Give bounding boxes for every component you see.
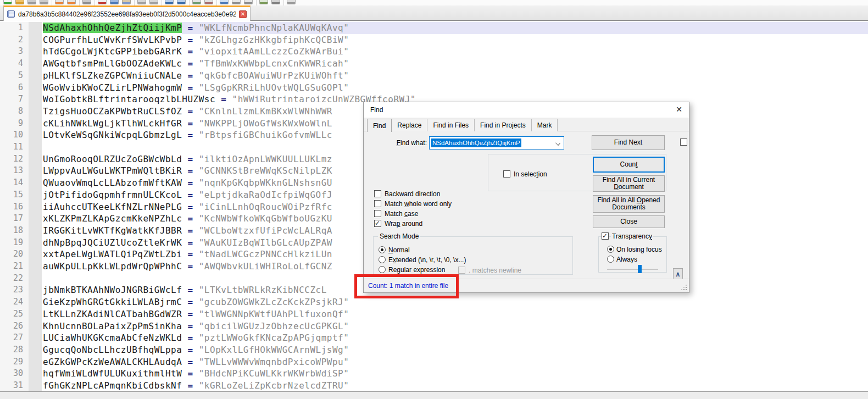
line-number: 11 bbox=[0, 141, 23, 153]
function-list-icon[interactable] bbox=[259, 0, 268, 4]
code-line-28[interactable]: 28GgucqQoNbcLLhczUBfhqWLppa = "LOpKxlLGf… bbox=[0, 344, 868, 356]
code-text: LWppvAuLWGuLWKTPmWQltBKiR = "GCNNKStBreW… bbox=[43, 165, 332, 177]
equals-operator: = bbox=[182, 190, 198, 200]
toolbar-separator bbox=[189, 0, 190, 5]
code-line-26[interactable]: 26KhnUcnnBOLaPaixZpPmSinKha = "qbicilWGU… bbox=[0, 320, 868, 332]
equals-operator: = bbox=[182, 345, 198, 355]
record-macro-icon[interactable] bbox=[287, 0, 296, 4]
notepad-plus-plus-window: da78b6a3b5c884402e96f23552ee698fa93eeb0f… bbox=[0, 0, 868, 399]
on-losing-focus-radio[interactable] bbox=[607, 246, 614, 253]
line-number: 22 bbox=[0, 273, 23, 285]
equals-operator: = bbox=[182, 357, 198, 367]
doc-map-icon[interactable] bbox=[244, 0, 253, 4]
find-replace-icon[interactable] bbox=[177, 0, 186, 4]
new-file-icon[interactable] bbox=[3, 0, 12, 4]
always-radio[interactable] bbox=[607, 256, 614, 263]
open-folder-icon[interactable] bbox=[15, 0, 24, 4]
equals-operator: = bbox=[182, 58, 198, 69]
status-bar-edge bbox=[0, 391, 868, 399]
code-line-30[interactable]: 30hqfWmiWLdWfULUKuxithmlHtW = "BHdcNPiKC… bbox=[0, 368, 868, 380]
find-next-button[interactable]: Find Next bbox=[592, 135, 665, 150]
paste-icon[interactable] bbox=[122, 0, 131, 4]
string-literal: "WKLfNcmbPhncNplaKAUWqKAvq" bbox=[199, 23, 349, 33]
code-text: xKLZKPmZLKApGzcmKkeNPZhLc = "KcNWbWfkoWK… bbox=[43, 213, 332, 225]
dialog-tab-mark[interactable]: Mark bbox=[531, 119, 558, 131]
on-losing-focus-label: On losing focus bbox=[616, 246, 662, 253]
line-number: 30 bbox=[0, 368, 23, 380]
save-icon[interactable] bbox=[27, 0, 36, 4]
monitor-icon[interactable] bbox=[271, 0, 280, 4]
resize-grip[interactable] bbox=[682, 285, 687, 291]
code-line-24[interactable]: 24GieKzpWhGRGtGkkiLWLABjrmC = "gcubZOWGW… bbox=[0, 296, 868, 308]
dialog-tab-find-in-projects[interactable]: Find in Projects bbox=[474, 119, 532, 131]
find-next-2-state-checkbox[interactable] bbox=[680, 138, 687, 146]
tab-close-icon[interactable]: ✕ bbox=[239, 10, 247, 18]
print-icon[interactable] bbox=[82, 0, 91, 4]
cut-icon[interactable] bbox=[98, 0, 107, 4]
chevron-down-icon[interactable] bbox=[555, 141, 560, 146]
equals-operator: = bbox=[182, 165, 198, 176]
save-all-icon[interactable] bbox=[40, 0, 48, 4]
match-whole-word-checkbox[interactable] bbox=[374, 200, 381, 207]
undo-icon[interactable] bbox=[137, 0, 146, 4]
wrap-around-checkbox[interactable] bbox=[374, 220, 381, 227]
string-literal: "TfBmWxKWWbpLcnxCnKWWRicah" bbox=[199, 58, 349, 69]
in-selection-checkbox[interactable] bbox=[503, 170, 510, 178]
code-line-5[interactable]: 5pHLKlfSLZkeZGPCWniiuCNALe = "qkGbfcBOAW… bbox=[0, 70, 868, 82]
dialog-close-icon[interactable]: ✕ bbox=[676, 105, 682, 114]
find-all-opened-button[interactable]: Find All in All Opened Documents bbox=[593, 195, 665, 213]
code-text: AWGqtbfsmPmLlGbOOZAdeKWLc = "TfBmWxKWWbp… bbox=[43, 58, 349, 70]
zoom-in-icon[interactable] bbox=[192, 0, 201, 4]
variable-name: xKLZKPmZLKApGzcmKkeNPZhLc bbox=[43, 213, 182, 224]
close-button[interactable]: Close bbox=[593, 215, 665, 228]
find-icon[interactable] bbox=[165, 0, 174, 4]
find-dialog-titlebar[interactable]: Find ✕ bbox=[364, 102, 689, 118]
code-line-2[interactable]: 2COGPurfhLuCWvKrfSWvLKPvbP = "kZGLhgzGzH… bbox=[0, 34, 868, 46]
equals-operator: = bbox=[182, 297, 198, 307]
dialog-tab-replace[interactable]: Replace bbox=[391, 119, 427, 131]
zoom-out-icon[interactable] bbox=[204, 0, 213, 4]
redo-icon[interactable] bbox=[149, 0, 158, 4]
search-mode-normal-radio[interactable] bbox=[379, 246, 386, 253]
file-tab[interactable]: da78b6a3b5c884402e96f23552ee698fa93eeb0f… bbox=[3, 5, 251, 21]
code-text: IRGGKitLvWKTfKgWatkKfJBBR = "WCLboWtzxfU… bbox=[43, 225, 332, 237]
find-what-combobox[interactable]: NSdAhaxhOhhQeZjhZtQiijKmP bbox=[429, 136, 564, 149]
code-line-27[interactable]: 27LUCiaWhUKGKcmaAbCfeNzWKLd = "pztLWWoGk… bbox=[0, 332, 868, 344]
backward-direction-checkbox[interactable] bbox=[374, 190, 381, 197]
code-line-25[interactable]: 25LtKLLnZKAdiNlCATbahBGdWZR = "tlWWGNNpK… bbox=[0, 308, 868, 320]
search-mode-extended-radio[interactable] bbox=[379, 256, 386, 263]
show-symbols-icon[interactable] bbox=[232, 0, 241, 4]
string-literal: "tlWWGNNpKWtfUAhPLlfuxonQf" bbox=[199, 309, 349, 319]
search-mode-regex-radio[interactable] bbox=[379, 266, 386, 273]
string-literal: "BHdcNPiKCuWLKkrWKWrbWdiSP" bbox=[199, 368, 349, 379]
count-button[interactable]: Count bbox=[593, 157, 665, 173]
code-line-29[interactable]: 29eGZkGWPcKzWeAWALCKHLAudqA = "TWLLvWWWv… bbox=[0, 356, 868, 368]
toolbar-separator bbox=[216, 0, 217, 5]
equals-operator: = bbox=[182, 249, 198, 259]
line-number: 3 bbox=[0, 46, 23, 58]
code-line-4[interactable]: 4AWGqtbfsmPmLlGbOOZAdeKWLc = "TfBmWxKWWb… bbox=[0, 58, 868, 70]
code-line-1[interactable]: 1NSdAhaxhOhhQeZjhZtQiijKmP = "WKLfNcmbPh… bbox=[0, 22, 868, 34]
match-case-checkbox[interactable] bbox=[374, 210, 381, 217]
copy-icon[interactable] bbox=[110, 0, 119, 4]
transparency-checkbox[interactable] bbox=[602, 232, 609, 240]
dialog-tab-find-in-files[interactable]: Find in Files bbox=[427, 119, 475, 131]
code-line-31[interactable]: 31fGhGKzNPLcAPmqnKbiCdbskNf = "kGRLoZeLi… bbox=[0, 380, 868, 391]
slider-thumb[interactable] bbox=[638, 265, 642, 273]
always-label: Always bbox=[616, 256, 637, 263]
dialog-tab-find[interactable]: Find bbox=[367, 119, 392, 132]
code-text: iiAuhccUTKeeLKfNZLrNNePLG = "iCinLLnhOqR… bbox=[43, 201, 332, 213]
find-all-current-button[interactable]: Find All in Current Document bbox=[593, 175, 665, 192]
close-file-icon[interactable] bbox=[55, 0, 64, 4]
close-all-icon[interactable] bbox=[67, 0, 76, 4]
equals-operator: = bbox=[182, 225, 198, 236]
code-text: LOtvKeWSqGNkiWcpqLGbmzLgL = "rBtpsfiGBCh… bbox=[43, 129, 332, 141]
transparency-label: Transparency bbox=[611, 232, 653, 240]
transparency-slider[interactable] bbox=[602, 265, 664, 274]
code-line-3[interactable]: 3hTdGCgoLWjKtcGPPibebGARrK = "viopxitAAm… bbox=[0, 46, 868, 58]
variable-name: fGhGKzNPLcAPmqnKbiCdbskNf bbox=[43, 380, 182, 391]
word-wrap-icon[interactable] bbox=[220, 0, 229, 4]
line-number: 13 bbox=[0, 165, 23, 177]
variable-name: dhNpBpqJQCiUZlUcoZtleKrWK bbox=[43, 237, 182, 248]
code-line-6[interactable]: 6WGoWvibKWoCZLirLPNWahogmW = "LSgGpKRRiL… bbox=[0, 82, 868, 94]
